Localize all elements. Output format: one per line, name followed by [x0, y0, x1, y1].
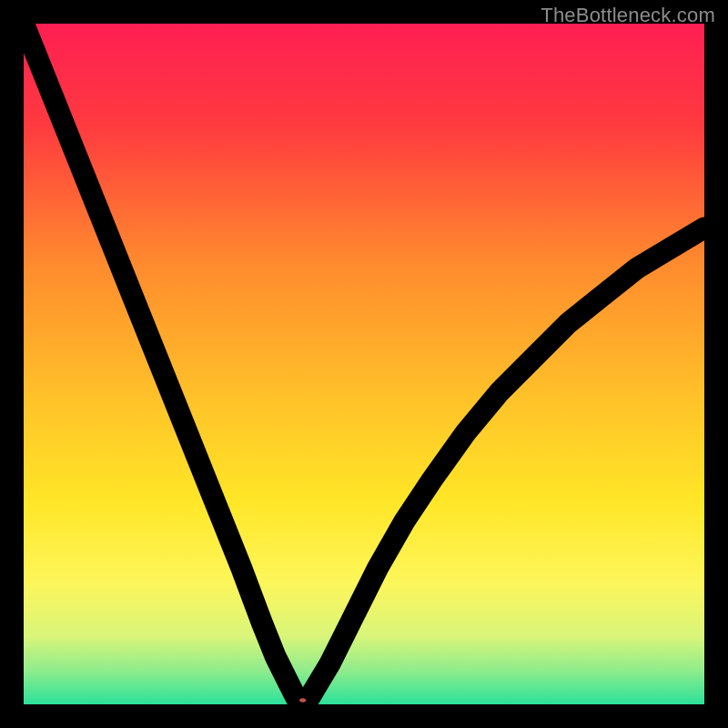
optimal-point-marker [297, 695, 308, 704]
chart-frame: TheBottleneck.com [0, 0, 728, 728]
bottleneck-curve [24, 24, 704, 704]
watermark-text: TheBottleneck.com [541, 4, 715, 27]
curve-layer [24, 24, 704, 704]
plot-area [24, 24, 704, 704]
